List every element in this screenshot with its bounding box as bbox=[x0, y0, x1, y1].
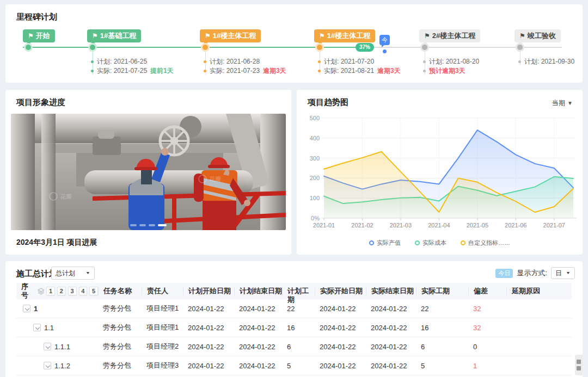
floating-helper-widget[interactable] bbox=[575, 355, 583, 375]
level-button-5[interactable]: 5 bbox=[89, 287, 98, 295]
flag-icon: ⚑ bbox=[28, 32, 34, 40]
legend-item-actual-output[interactable]: 实际产值 bbox=[369, 239, 401, 247]
status-badge: 逾期3天 bbox=[263, 66, 286, 76]
svg-text:2021-04: 2021-04 bbox=[428, 222, 450, 228]
svg-text:200: 200 bbox=[310, 175, 320, 181]
plan-prefix: 计划: bbox=[429, 57, 444, 66]
plan-date: 2021-06-28 bbox=[226, 57, 260, 66]
header-actual-duration: 实际工期 bbox=[416, 287, 468, 295]
header-plan-end: 计划结束日期 bbox=[234, 287, 282, 295]
deviation-value: 1 bbox=[468, 362, 506, 370]
progress-photo[interactable]: 花瓣 花瓣 bbox=[11, 114, 286, 230]
level-button-4[interactable]: 4 bbox=[79, 287, 88, 295]
flag-icon: ⚑ bbox=[205, 32, 211, 40]
trend-area-chart: 2021-012021-022021-032021-042021-052021-… bbox=[301, 112, 578, 236]
header-plan-start: 计划开始日期 bbox=[183, 287, 234, 295]
carousel-dot-active[interactable] bbox=[158, 224, 167, 226]
milestone-dates: 计划: 2021-07-20 实际: 2021-08-21逾期3天 bbox=[318, 57, 401, 76]
date-dot bbox=[318, 70, 321, 72]
milestone-label: 1#楼主体工程 bbox=[327, 32, 370, 40]
display-mode-select[interactable]: 日▼ bbox=[551, 267, 575, 279]
milestone-dates: 计划: 2021-06-25 实际: 2021-07-25提前1天 bbox=[91, 57, 174, 76]
carousel-dots bbox=[11, 224, 286, 226]
deviation-value: 32 bbox=[468, 324, 506, 332]
expand-toggle-icon[interactable] bbox=[44, 343, 51, 350]
actual-prefix: 实际: bbox=[324, 66, 339, 76]
expand-toggle-icon[interactable] bbox=[23, 305, 30, 312]
chart-legend: 实际产值 实际成本 自定义指标…… bbox=[297, 239, 583, 247]
plan-date: 2021-06-25 bbox=[114, 57, 147, 66]
header-task: 任务名称 bbox=[98, 287, 142, 295]
trend-chart-panel: 项目趋势图 当期▼ 2021-012021-022021-032021-0420… bbox=[297, 90, 583, 255]
today-badge[interactable]: 今日 bbox=[495, 269, 513, 278]
table-row[interactable]: 1.1.2 劳务分包 项目经理3 2024-01-22 2024-01-22 5… bbox=[16, 356, 572, 375]
level-button-3[interactable]: 3 bbox=[68, 287, 77, 295]
milestone-label: 2#楼主体工程 bbox=[432, 32, 475, 40]
svg-text:500: 500 bbox=[310, 115, 320, 121]
actual-prefix: 实际: bbox=[97, 66, 112, 76]
level-button-2[interactable]: 2 bbox=[57, 287, 66, 295]
milestone-dates: 计划: 2021-09-30 bbox=[518, 57, 574, 66]
table-controls: 今日 显示方式: 日▼ bbox=[495, 267, 575, 279]
header-deviation: 偏差 bbox=[468, 287, 506, 295]
deviation-value: 0 bbox=[468, 343, 506, 351]
legend-item-custom-metric[interactable]: 自定义指标…… bbox=[461, 239, 510, 247]
table-row[interactable]: 1.1.1 劳务分包 项目经理2 2024-01-22 2024-01-22 6… bbox=[16, 337, 572, 356]
forecast-status: 预计逾期3天 bbox=[429, 66, 465, 76]
header-plan-duration: 计划工期 bbox=[282, 287, 315, 295]
level-button-1[interactable]: 1 bbox=[46, 287, 55, 295]
plan-type-select[interactable]: 总计划▼ bbox=[51, 267, 95, 280]
status-badge: 逾期3天 bbox=[377, 66, 401, 76]
period-value: 当期 bbox=[552, 99, 565, 107]
layers-icon[interactable] bbox=[38, 288, 45, 295]
construction-plan-panel: 施工总计划 总计划▼ 今日 显示方式: 日▼ 序号 1 2 3 4 5 任务名称 bbox=[5, 261, 583, 377]
helper-icon bbox=[577, 360, 581, 364]
svg-text:花瓣: 花瓣 bbox=[209, 176, 221, 182]
milestone-node bbox=[516, 43, 524, 52]
svg-text:2021-07: 2021-07 bbox=[543, 222, 565, 228]
carousel-dot[interactable] bbox=[130, 224, 137, 226]
date-dot bbox=[204, 60, 206, 63]
milestone-node bbox=[24, 43, 33, 52]
svg-text:2021-03: 2021-03 bbox=[390, 222, 412, 228]
plan-type-value: 总计划 bbox=[56, 269, 75, 278]
flag-icon: ⚑ bbox=[424, 32, 430, 40]
date-dot bbox=[423, 60, 426, 63]
legend-marker bbox=[369, 240, 374, 245]
milestone-node bbox=[201, 43, 210, 52]
svg-text:2021-02: 2021-02 bbox=[351, 222, 373, 228]
today-bubble: 今 bbox=[379, 35, 390, 45]
date-dot bbox=[423, 70, 426, 72]
expand-toggle-icon[interactable] bbox=[44, 362, 51, 369]
date-dot bbox=[318, 60, 321, 63]
trend-chart-title: 项目趋势图 bbox=[308, 97, 348, 108]
expand-toggle-icon[interactable] bbox=[33, 324, 41, 331]
date-dot bbox=[518, 60, 521, 63]
legend-item-actual-cost[interactable]: 实际成本 bbox=[415, 239, 446, 247]
svg-text:300: 300 bbox=[310, 155, 320, 162]
plan-prefix: 计划: bbox=[97, 57, 112, 66]
carousel-dot[interactable] bbox=[149, 224, 155, 226]
milestone-badge: ⚑1#楼主体工程 bbox=[314, 29, 375, 42]
milestone-panel: 里程碑计划 ⚑开始 ⚑1#基础工程 计划: 2021-06-25 实际: 202… bbox=[5, 4, 583, 83]
chevron-down-icon: ▼ bbox=[85, 271, 90, 275]
flag-icon: ⚑ bbox=[519, 32, 525, 40]
carousel-dot[interactable] bbox=[139, 224, 146, 226]
milestone-dates: 计划: 2021-08-20 预计逾期3天 bbox=[423, 57, 479, 76]
plan-table: 序号 1 2 3 4 5 任务名称 责任人 计划开始日期 计划结束日期 计划工期… bbox=[16, 283, 572, 375]
period-dropdown[interactable]: 当期▼ bbox=[552, 98, 573, 108]
worksite-photo-illustration: 花瓣 花瓣 bbox=[11, 114, 286, 230]
photo-caption: 2024年3月1日 项目进展 bbox=[16, 238, 97, 248]
table-row[interactable]: 1.1 劳务分包 项目经理1 2024-01-22 2024-01-22 16 … bbox=[16, 318, 572, 337]
date-dot bbox=[91, 70, 94, 72]
svg-text:2021-05: 2021-05 bbox=[467, 222, 488, 228]
milestone-node bbox=[420, 43, 429, 52]
header-actual-end: 实际结束日期 bbox=[366, 287, 416, 295]
header-actual-start: 实际开始日期 bbox=[315, 287, 366, 295]
chevron-down-icon: ▼ bbox=[566, 271, 571, 275]
milestone-badge: ⚑开始 bbox=[23, 29, 55, 42]
header-seq: 序号 bbox=[21, 282, 35, 300]
milestone-label: 开始 bbox=[36, 32, 50, 40]
milestone-badge: ⚑竣工验收 bbox=[514, 29, 561, 42]
actual-date: 2021-07-25 bbox=[114, 66, 147, 76]
